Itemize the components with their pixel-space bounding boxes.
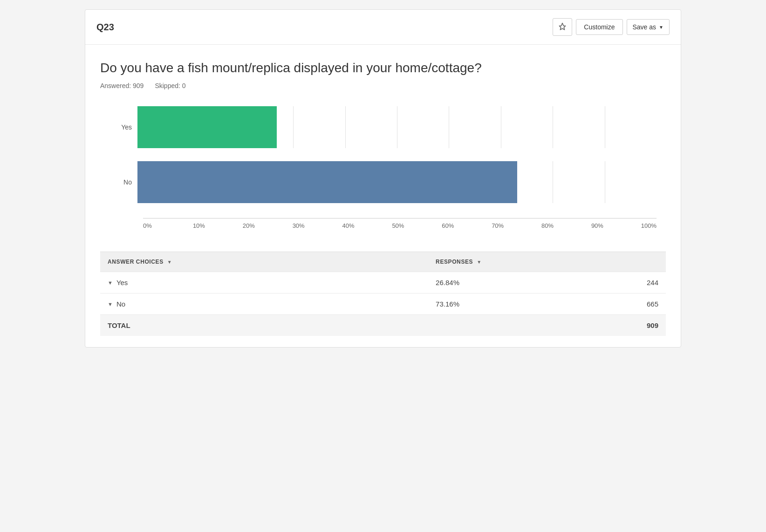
sort-icon-answer[interactable]: ▼: [167, 259, 172, 265]
answer-cell-no: ▼ No: [100, 293, 428, 315]
saveas-chevron-icon: ▼: [659, 25, 663, 30]
col-header-answer: ANSWER CHOICES ▼: [100, 252, 428, 272]
response-count-yes: 244: [647, 279, 658, 286]
table-header: ANSWER CHOICES ▼ RESPONSES ▼: [100, 252, 666, 272]
response-percent-no: 73.16%: [436, 300, 459, 308]
row-chevron-no[interactable]: ▼: [108, 301, 113, 307]
bar-wrapper-no: [137, 161, 657, 203]
data-table: ANSWER CHOICES ▼ RESPONSES ▼: [100, 252, 666, 336]
bar-yes: [137, 106, 277, 148]
answer-cell-yes: ▼ Yes: [100, 272, 428, 293]
pin-icon: [558, 22, 567, 32]
x-tick-60: 60%: [442, 222, 492, 229]
x-tick-100: 100%: [641, 222, 657, 229]
bar-label-yes: Yes: [109, 123, 137, 131]
x-tick-80: 80%: [541, 222, 591, 229]
table-header-row: ANSWER CHOICES ▼ RESPONSES ▼: [100, 252, 666, 272]
sort-icon-responses[interactable]: ▼: [477, 259, 482, 265]
total-label-cell: TOTAL: [100, 315, 428, 336]
card-content: Do you have a fish mount/replica display…: [85, 45, 681, 347]
total-count: 909: [647, 321, 658, 329]
table-total-row: TOTAL 909: [100, 315, 666, 336]
answered-stat: Answered: 909: [100, 82, 144, 89]
col-header-responses: RESPONSES ▼: [428, 252, 666, 272]
x-tick-20: 20%: [243, 222, 293, 229]
x-tick-10: 10%: [193, 222, 243, 229]
bar-no: [137, 161, 517, 203]
saveas-label: Save as: [633, 23, 657, 31]
bar-wrapper-yes: [137, 106, 657, 148]
saveas-button[interactable]: Save as ▼: [627, 19, 670, 35]
card-header: Q23 Customize Save as ▼: [85, 10, 681, 45]
x-tick-40: 40%: [342, 222, 392, 229]
x-tick-90: 90%: [591, 222, 641, 229]
answer-label-no: No: [116, 300, 125, 308]
question-text: Do you have a fish mount/replica display…: [100, 60, 666, 76]
bar-label-no: No: [109, 178, 137, 186]
chart-bars: Yes: [109, 106, 657, 216]
chart-row-yes: Yes: [109, 106, 657, 148]
bar-chart: Yes: [100, 106, 666, 229]
x-tick-0: 0%: [143, 222, 193, 229]
chart-row-no: No: [109, 161, 657, 203]
customize-button[interactable]: Customize: [576, 19, 622, 35]
x-tick-30: 30%: [293, 222, 342, 229]
x-tick-70: 70%: [492, 222, 541, 229]
skipped-stat: Skipped: 0: [155, 82, 185, 89]
table-row: ▼ No 73.16% 665: [100, 293, 666, 315]
answer-label-yes: Yes: [116, 279, 128, 286]
survey-card: Q23 Customize Save as ▼ Do you have a fi…: [85, 9, 681, 348]
responses-table: ANSWER CHOICES ▼ RESPONSES ▼: [100, 252, 666, 336]
response-percent-yes: 26.84%: [436, 279, 459, 286]
pin-button[interactable]: [553, 18, 572, 36]
x-axis: 0% 10% 20% 30% 40% 50% 60% 70% 80% 90% 1…: [143, 218, 657, 229]
table-row: ▼ Yes 26.84% 244: [100, 272, 666, 293]
row-chevron-yes[interactable]: ▼: [108, 280, 113, 286]
question-id: Q23: [96, 22, 114, 33]
response-cell-no: 73.16% 665: [428, 293, 666, 315]
x-tick-50: 50%: [392, 222, 442, 229]
question-stats: Answered: 909 Skipped: 0: [100, 82, 666, 89]
response-cell-yes: 26.84% 244: [428, 272, 666, 293]
table-body: ▼ Yes 26.84% 244: [100, 272, 666, 336]
response-count-no: 665: [647, 300, 658, 308]
total-count-cell: 909: [428, 315, 666, 336]
header-actions: Customize Save as ▼: [553, 18, 670, 36]
